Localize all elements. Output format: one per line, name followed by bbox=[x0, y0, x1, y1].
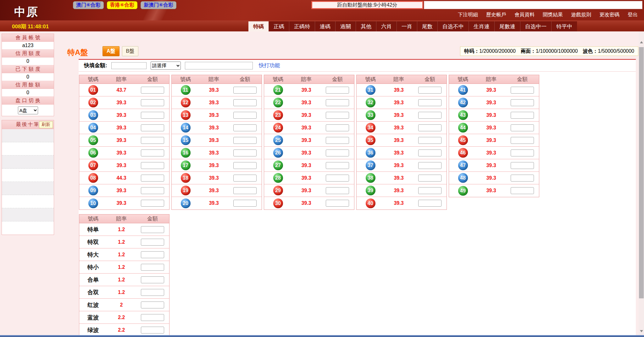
bet-amount-input[interactable] bbox=[141, 264, 164, 271]
bet-amount-input[interactable] bbox=[326, 99, 349, 106]
board-button-2[interactable]: B盤 bbox=[122, 46, 139, 56]
bet-amount-input[interactable] bbox=[511, 99, 534, 106]
board-button-1[interactable]: A盤 bbox=[103, 46, 119, 56]
bet-amount-input[interactable] bbox=[233, 124, 257, 131]
bet-amount-input[interactable] bbox=[511, 149, 534, 156]
tab-11[interactable]: 生肖連 bbox=[469, 21, 494, 31]
bet-amount-input[interactable] bbox=[233, 162, 257, 169]
nav-link-1[interactable]: 下注明細 bbox=[458, 12, 478, 18]
bet-amount-input[interactable] bbox=[511, 87, 534, 94]
nav-link-6[interactable]: 更改密碼 bbox=[599, 12, 619, 18]
bet-amount-input[interactable] bbox=[418, 137, 441, 144]
bet-amount-input[interactable] bbox=[233, 175, 257, 182]
tab-12[interactable]: 尾數連 bbox=[494, 21, 520, 31]
bet-amount-input[interactable] bbox=[326, 162, 349, 169]
bet-amount-input[interactable] bbox=[141, 327, 164, 334]
number-row: 4039.3 bbox=[357, 197, 447, 209]
bet-amount-input[interactable] bbox=[141, 137, 164, 144]
nav-link-4[interactable]: 開獎結果 bbox=[543, 12, 563, 18]
amount-cell bbox=[506, 87, 539, 94]
bet-amount-input[interactable] bbox=[326, 149, 349, 156]
bet-amount-input[interactable] bbox=[418, 112, 441, 119]
tab-10[interactable]: 自选不中 bbox=[437, 21, 469, 31]
bet-amount-input[interactable] bbox=[418, 175, 441, 182]
column-header: 金額 bbox=[321, 76, 354, 83]
bet-amount-input[interactable] bbox=[233, 137, 257, 144]
lottery-tab-3[interactable]: 新澳门⑥合彩 bbox=[141, 1, 176, 9]
bet-amount-input[interactable] bbox=[141, 99, 164, 106]
bet-amount-input[interactable] bbox=[326, 124, 349, 131]
bet-amount-input[interactable] bbox=[511, 112, 534, 119]
tab-8[interactable]: 一肖 bbox=[397, 21, 417, 31]
bet-amount-input[interactable] bbox=[418, 87, 441, 94]
bet-amount-input[interactable] bbox=[511, 124, 534, 131]
bet-amount-input[interactable] bbox=[326, 112, 349, 119]
account-nav: 下注明細歷史帳戶會員資料開獎結果遊戲規則更改密碼登出 bbox=[458, 12, 638, 18]
bet-amount-input[interactable] bbox=[141, 112, 164, 119]
board-select[interactable]: A盘 bbox=[18, 106, 38, 114]
bet-amount-input[interactable] bbox=[141, 226, 164, 233]
tab-3[interactable]: 正碼特 bbox=[289, 21, 315, 31]
bet-amount-input[interactable] bbox=[418, 187, 441, 194]
scrollbar-thumb[interactable] bbox=[639, 47, 644, 298]
lottery-tab-1[interactable]: 澳门⑥合彩 bbox=[73, 1, 104, 9]
bet-amount-input[interactable] bbox=[141, 276, 164, 283]
odds-value: 39.3 bbox=[292, 200, 321, 206]
bet-amount-input[interactable] bbox=[511, 187, 534, 194]
nav-link-5[interactable]: 遊戲規則 bbox=[571, 12, 591, 18]
bet-amount-input[interactable] bbox=[233, 187, 257, 194]
bet-amount-input[interactable] bbox=[418, 149, 441, 156]
bet-amount-input[interactable] bbox=[141, 162, 164, 169]
bet-amount-input[interactable] bbox=[326, 87, 349, 94]
quick-bet-link[interactable]: 快打功能 bbox=[259, 62, 280, 69]
bet-amount-input[interactable] bbox=[141, 87, 164, 94]
tab-14[interactable]: 特平中 bbox=[551, 21, 577, 31]
bet-amount-input[interactable] bbox=[141, 239, 164, 246]
bet-amount-input[interactable] bbox=[141, 149, 164, 156]
tab-1[interactable]: 特碼 bbox=[248, 21, 269, 31]
quick-fill-select[interactable]: 請選擇 bbox=[151, 62, 181, 70]
bet-amount-input[interactable] bbox=[233, 87, 257, 94]
bet-amount-input[interactable] bbox=[326, 200, 349, 207]
bet-amount-input[interactable] bbox=[511, 175, 534, 182]
bet-amount-input[interactable] bbox=[141, 187, 164, 194]
bet-amount-input[interactable] bbox=[233, 200, 257, 207]
bet-amount-input[interactable] bbox=[511, 162, 534, 169]
bet-amount-input[interactable] bbox=[141, 302, 164, 308]
table-column: 號碼賠率金額4139.34239.34339.34439.34539.34639… bbox=[449, 75, 539, 197]
bet-amount-input[interactable] bbox=[326, 137, 349, 144]
quick-fill-amount-input[interactable] bbox=[111, 62, 147, 69]
bet-amount-input[interactable] bbox=[141, 314, 164, 321]
bet-amount-input[interactable] bbox=[141, 200, 164, 207]
tab-5[interactable]: 過關 bbox=[335, 21, 356, 31]
refresh-button[interactable]: 刷新 bbox=[39, 121, 53, 128]
tab-2[interactable]: 正碼 bbox=[269, 21, 289, 31]
bet-amount-input[interactable] bbox=[141, 251, 164, 258]
scroll-up-icon[interactable] bbox=[639, 40, 644, 45]
bet-amount-input[interactable] bbox=[233, 149, 257, 156]
tab-7[interactable]: 六肖 bbox=[376, 21, 397, 31]
quick-type-input[interactable] bbox=[185, 62, 253, 69]
nav-link-7[interactable]: 登出 bbox=[628, 12, 638, 18]
number-ball: 26 bbox=[273, 148, 283, 158]
tab-6[interactable]: 其他 bbox=[356, 21, 376, 31]
bet-amount-input[interactable] bbox=[233, 99, 257, 106]
scroll-down-icon[interactable] bbox=[639, 329, 644, 334]
bet-amount-input[interactable] bbox=[418, 124, 441, 131]
bet-amount-input[interactable] bbox=[141, 289, 164, 296]
tab-9[interactable]: 尾数 bbox=[417, 21, 437, 31]
tab-4[interactable]: 連碼 bbox=[315, 21, 335, 31]
bet-amount-input[interactable] bbox=[326, 175, 349, 182]
lottery-tab-2[interactable]: 香港⑥合彩 bbox=[107, 1, 138, 9]
nav-link-3[interactable]: 會員資料 bbox=[514, 12, 535, 18]
bet-amount-input[interactable] bbox=[418, 162, 441, 169]
bet-amount-input[interactable] bbox=[418, 99, 441, 106]
bet-amount-input[interactable] bbox=[511, 137, 534, 144]
nav-link-2[interactable]: 歷史帳戶 bbox=[486, 12, 506, 18]
bet-amount-input[interactable] bbox=[141, 124, 164, 131]
bet-amount-input[interactable] bbox=[326, 187, 349, 194]
tab-13[interactable]: 自选中一 bbox=[520, 21, 551, 31]
bet-amount-input[interactable] bbox=[141, 175, 164, 182]
bet-amount-input[interactable] bbox=[418, 200, 441, 207]
bet-amount-input[interactable] bbox=[233, 112, 257, 119]
